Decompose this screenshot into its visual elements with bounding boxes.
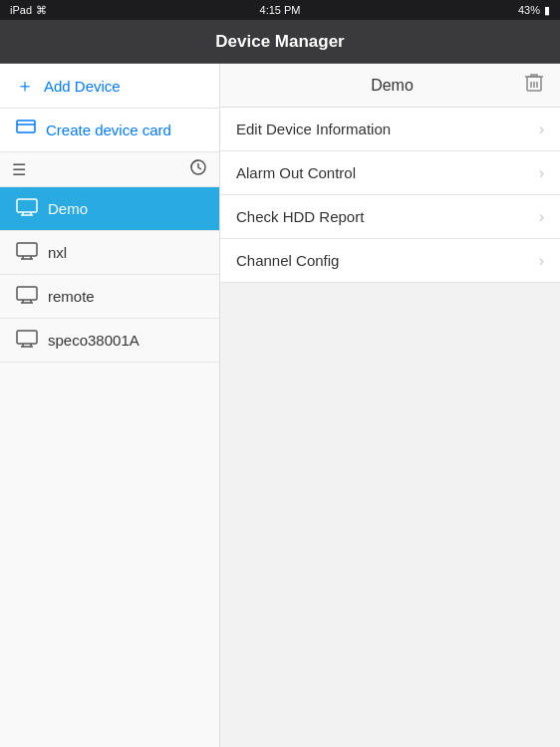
svg-rect-0 bbox=[17, 121, 35, 132]
menu-label-channel-config: Channel Config bbox=[236, 252, 339, 269]
wifi-icon: ⌘ bbox=[36, 4, 47, 17]
right-panel: Demo Edit Device Information › Alarm Out bbox=[220, 64, 560, 747]
status-bar-right: 43% ▮ bbox=[518, 4, 550, 17]
nav-bar-title: Device Manager bbox=[215, 32, 344, 52]
nav-bar: Device Manager bbox=[0, 20, 560, 64]
device-monitor-icon-speco bbox=[16, 330, 38, 352]
device-list: Demo nxl bbox=[0, 187, 219, 363]
device-name-demo: Demo bbox=[48, 200, 88, 217]
chevron-right-icon-hdd: › bbox=[539, 208, 544, 226]
svg-rect-11 bbox=[17, 287, 37, 300]
device-item-remote[interactable]: remote bbox=[0, 275, 219, 319]
menu-item-edit-device-info[interactable]: Edit Device Information › bbox=[220, 108, 560, 151]
menu-icon[interactable]: ☰ bbox=[12, 160, 26, 179]
battery-icon: ▮ bbox=[544, 4, 550, 17]
device-item-demo[interactable]: Demo bbox=[0, 187, 219, 231]
menu-label-check-hdd-report: Check HDD Report bbox=[236, 208, 364, 225]
main-layout: ＋ Add Device Create device card ☰ bbox=[0, 64, 560, 747]
right-panel-title: Demo bbox=[260, 77, 524, 95]
device-item-speco[interactable]: speco38001A bbox=[0, 319, 219, 363]
add-device-label: Add Device bbox=[44, 78, 121, 95]
battery-label: 43% bbox=[518, 4, 540, 16]
sidebar: ＋ Add Device Create device card ☰ bbox=[0, 64, 220, 747]
plus-icon: ＋ bbox=[16, 74, 34, 98]
menu-label-edit-device-info: Edit Device Information bbox=[236, 121, 391, 137]
device-name-label: iPad bbox=[10, 4, 32, 16]
device-monitor-icon-nxl bbox=[16, 242, 38, 264]
chevron-right-icon-channel: › bbox=[539, 252, 544, 270]
create-device-card-label: Create device card bbox=[46, 122, 171, 138]
status-bar-left: iPad ⌘ bbox=[10, 4, 47, 17]
status-bar-time: 4:15 PM bbox=[260, 4, 301, 16]
menu-item-channel-config[interactable]: Channel Config › bbox=[220, 239, 560, 283]
card-icon bbox=[16, 120, 36, 140]
device-menu-list: Edit Device Information › Alarm Out Cont… bbox=[220, 108, 560, 283]
menu-item-alarm-out-control[interactable]: Alarm Out Control › bbox=[220, 151, 560, 195]
chevron-right-icon-alarm: › bbox=[539, 164, 544, 182]
add-device-button[interactable]: ＋ Add Device bbox=[0, 64, 219, 109]
device-name-speco: speco38001A bbox=[48, 332, 140, 349]
right-panel-header: Demo bbox=[220, 64, 560, 108]
device-name-remote: remote bbox=[48, 288, 95, 305]
menu-label-alarm-out-control: Alarm Out Control bbox=[236, 164, 356, 181]
chevron-right-icon-edit: › bbox=[539, 121, 544, 138]
sidebar-toolbar: ☰ bbox=[0, 152, 219, 187]
delete-device-button[interactable] bbox=[524, 72, 544, 99]
menu-item-check-hdd-report[interactable]: Check HDD Report › bbox=[220, 195, 560, 239]
device-item-nxl[interactable]: nxl bbox=[0, 231, 219, 275]
create-device-card-button[interactable]: Create device card bbox=[0, 109, 219, 152]
history-icon[interactable] bbox=[189, 158, 207, 180]
svg-rect-3 bbox=[17, 199, 37, 212]
svg-rect-7 bbox=[17, 243, 37, 256]
svg-rect-15 bbox=[17, 331, 37, 344]
device-monitor-icon-demo bbox=[16, 198, 38, 220]
status-bar: iPad ⌘ 4:15 PM 43% ▮ bbox=[0, 0, 560, 20]
device-name-nxl: nxl bbox=[48, 244, 67, 261]
device-monitor-icon-remote bbox=[16, 286, 38, 308]
